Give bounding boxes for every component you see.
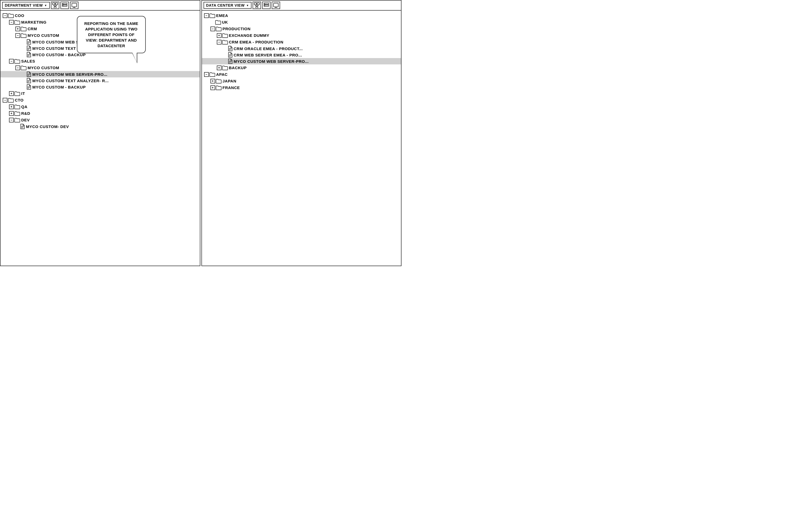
doc-icon-myco-text-p — [26, 45, 31, 51]
right-panel: DATA CENTER VIEW ▼ −EMEAUK−PRODUCTION+EX… — [202, 0, 402, 266]
label-myco-backup-2: MYCO CUSTOM - BACKUP — [32, 85, 85, 89]
expander-cto[interactable]: − — [3, 98, 7, 102]
expander-it[interactable]: + — [9, 91, 14, 96]
datacenter-view-label: DATA CENTER VIEW — [206, 3, 245, 7]
tree-item-crm-emea-prod[interactable]: −CRM EMEA - PRODUCTION — [202, 39, 401, 45]
left-toolbar: DEPARTMENT VIEW ▼ — [1, 1, 200, 11]
right-toolbar: DATA CENTER VIEW ▼ — [202, 1, 401, 11]
department-view-label: DEPARTMENT VIEW — [5, 3, 43, 7]
callout-bubble: REPORTING ON THE SAME APPLICATION USING … — [77, 16, 146, 53]
expander-dev[interactable]: − — [9, 118, 14, 122]
expander-france[interactable]: + — [210, 86, 215, 90]
label-qa: QA — [21, 104, 27, 109]
expander-apac[interactable]: − — [204, 72, 209, 77]
folder-icon-apac — [209, 72, 215, 77]
tree-item-japan[interactable]: +JAPAN — [202, 78, 401, 84]
tree-item-exchange-dummy[interactable]: +EXCHANGE DUMMY — [202, 32, 401, 39]
left-toolbar-btn1[interactable] — [51, 2, 59, 9]
expander-myco-custom[interactable]: − — [15, 33, 20, 38]
folder-icon-crm — [21, 26, 26, 32]
tree-item-it[interactable]: +IT — [1, 90, 200, 97]
doc-icon-myco-web-server-pro — [26, 72, 31, 77]
tree-item-myco-backup-2[interactable]: MYCO CUSTOM - BACKUP — [1, 84, 200, 90]
doc-icon-myco-web-server-pro-right — [228, 59, 233, 64]
label-coo: COO — [15, 13, 24, 18]
tree-item-rd[interactable]: +R&D — [1, 110, 200, 117]
callout-text: REPORTING ON THE SAME APPLICATION USING … — [84, 21, 138, 48]
expander-exchange-dummy[interactable]: + — [217, 33, 222, 38]
folder-icon-backup — [222, 65, 228, 71]
tree-item-crm-oracle-emea[interactable]: CRM ORACLE EMEA - PRODUCT... — [202, 45, 401, 52]
tree-item-backup[interactable]: +BACKUP — [202, 64, 401, 71]
label-it: IT — [21, 91, 25, 96]
main-container: DEPARTMENT VIEW ▼ −COO−MARKETING+CRM−MYC… — [0, 0, 402, 266]
tree-item-myco-web-server-pro-right[interactable]: MYCO CUSTOM WEB SERVER-PRO... — [202, 58, 401, 64]
svg-rect-6 — [54, 7, 56, 8]
svg-rect-41 — [256, 7, 258, 8]
tree-item-dev[interactable]: −DEV — [1, 117, 200, 123]
folder-icon-japan — [216, 78, 222, 84]
tree-item-myco-dev[interactable]: MYCO CUSTOM- DEV — [1, 123, 200, 130]
expander-qa[interactable]: + — [9, 104, 14, 109]
expander-rd[interactable]: + — [9, 111, 14, 116]
folder-icon-cto — [8, 97, 14, 103]
right-tree-content: −EMEAUK−PRODUCTION+EXCHANGE DUMMY−CRM EM… — [202, 11, 401, 266]
tree-item-qa[interactable]: +QA — [1, 103, 200, 110]
expander-emea[interactable]: − — [204, 13, 209, 18]
expander-coo[interactable]: − — [3, 13, 7, 18]
expander-sales[interactable]: − — [9, 59, 14, 64]
department-view-dropdown[interactable]: DEPARTMENT VIEW ▼ — [2, 2, 50, 9]
label-myco-web-server-pro: MYCO CUSTOM WEB SERVER-PRO... — [32, 72, 107, 77]
tree-item-cto[interactable]: −CTO — [1, 97, 200, 103]
label-france: FRANCE — [223, 86, 240, 90]
svg-point-9 — [63, 3, 63, 4]
svg-rect-0 — [53, 3, 55, 5]
left-toolbar-btn2[interactable] — [60, 2, 69, 9]
expander-crm[interactable]: + — [15, 26, 20, 31]
label-myco-text-r: MYCO CUSTOM TEXT ANALYZER- R... — [32, 78, 109, 83]
expander-production[interactable]: − — [210, 26, 215, 31]
doc-icon-myco-text-r — [26, 78, 31, 83]
label-myco-backup: MYCO CUSTOM - BACKUP — [32, 53, 85, 57]
svg-point-10 — [63, 5, 63, 6]
tree-item-myco-web-server-pro[interactable]: MYCO CUSTOM WEB SERVER-PRO... — [1, 71, 200, 77]
label-crm-emea-prod: CRM EMEA - PRODUCTION — [229, 40, 284, 44]
label-myco-custom: MYCO CUSTOM — [27, 33, 59, 38]
folder-icon-coo — [8, 13, 14, 18]
tree-item-myco-custom-sales[interactable]: −MYCO CUSTOM — [1, 64, 200, 71]
label-emea: EMEA — [216, 13, 228, 18]
tree-item-myco-text-r[interactable]: MYCO CUSTOM TEXT ANALYZER- R... — [1, 77, 200, 84]
tree-item-crm-web-server-emea[interactable]: CRM WEB SERVER EMEA - PRO... — [202, 52, 401, 58]
expander-backup[interactable]: + — [217, 65, 222, 70]
datacenter-view-arrow: ▼ — [246, 4, 249, 7]
tree-item-france[interactable]: +FRANCE — [202, 84, 401, 91]
svg-rect-1 — [55, 3, 58, 5]
folder-icon-qa — [14, 104, 20, 110]
expander-japan[interactable]: + — [210, 79, 215, 83]
right-toolbar-btn3[interactable] — [272, 2, 280, 9]
tree-item-uk[interactable]: UK — [202, 19, 401, 25]
label-exchange-dummy: EXCHANGE DUMMY — [229, 33, 269, 38]
expander-myco-custom-sales[interactable]: − — [15, 65, 20, 70]
label-myco-web-server-pro-right: MYCO CUSTOM WEB SERVER-PRO... — [234, 59, 309, 64]
right-toolbar-btn2[interactable] — [262, 2, 271, 9]
expander-crm-emea-prod[interactable]: − — [217, 40, 222, 44]
label-crm-web-server-emea: CRM WEB SERVER EMEA - PRO... — [234, 53, 302, 57]
expander-marketing[interactable]: − — [9, 20, 14, 25]
tree-item-emea[interactable]: −EMEA — [202, 12, 401, 19]
label-crm-oracle-emea: CRM ORACLE EMEA - PRODUCT... — [234, 46, 303, 51]
doc-icon-crm-web-server-emea — [228, 52, 233, 58]
tree-item-apac[interactable]: −APAC — [202, 71, 401, 78]
label-production: PRODUCTION — [223, 26, 251, 31]
folder-icon-myco-custom-sales — [21, 65, 26, 71]
tree-item-sales[interactable]: −SALES — [1, 58, 200, 64]
doc-icon-myco-backup-2 — [26, 84, 31, 90]
label-dev: DEV — [21, 118, 30, 122]
right-toolbar-btn1[interactable] — [252, 2, 261, 9]
label-sales: SALES — [21, 59, 35, 63]
left-toolbar-btn3[interactable] — [70, 2, 78, 9]
tree-item-production[interactable]: −PRODUCTION — [202, 25, 401, 32]
department-view-arrow: ▼ — [44, 4, 47, 7]
datacenter-view-dropdown[interactable]: DATA CENTER VIEW ▼ — [204, 2, 252, 9]
folder-icon-emea — [209, 13, 215, 18]
